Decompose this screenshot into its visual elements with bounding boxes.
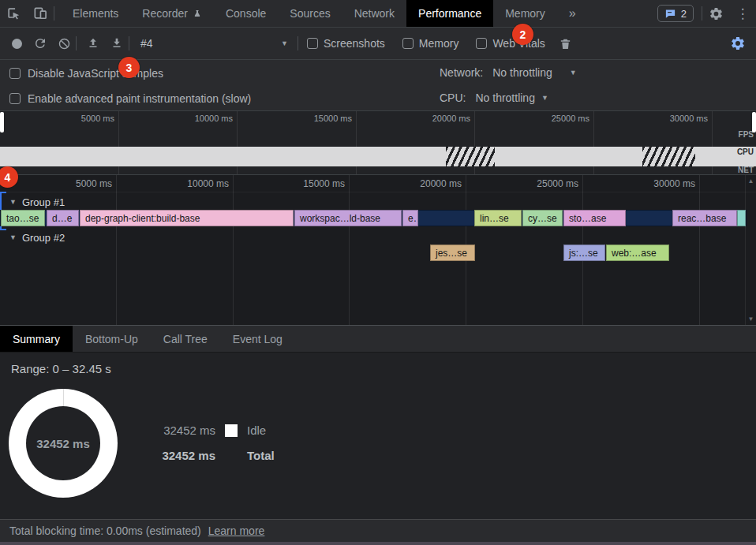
details-tab-summary[interactable]: Summary bbox=[0, 326, 73, 352]
flame-bar[interactable]: e… bbox=[402, 210, 418, 226]
flame-bars-row: tao…sed…edep-graph-client:build-basework… bbox=[0, 210, 747, 226]
overview-window-left-handle[interactable] bbox=[0, 112, 4, 133]
window-edge bbox=[0, 542, 756, 545]
legend-swatch-spacer bbox=[225, 450, 238, 462]
flame-chart[interactable]: 5000 ms10000 ms15000 ms20000 ms25000 ms3… bbox=[0, 175, 756, 325]
legend-swatch bbox=[225, 424, 238, 437]
flame-bar[interactable]: d…e bbox=[47, 210, 79, 226]
devtools-tab-bar: ElementsRecorderConsoleSourcesNetworkPer… bbox=[0, 0, 756, 28]
checkbox[interactable] bbox=[9, 93, 21, 104]
net-lane-label: NET bbox=[738, 166, 754, 174]
flame-bar[interactable]: dep-graph-client:build-base bbox=[80, 210, 294, 226]
capture-settings-gear-icon[interactable] bbox=[726, 32, 750, 55]
tab-sources[interactable]: Sources bbox=[278, 0, 342, 27]
network-throttle-select[interactable]: No throttling ▼ bbox=[492, 66, 576, 79]
legend-label: Idle bbox=[247, 424, 266, 437]
trash-icon[interactable] bbox=[554, 32, 578, 55]
checkbox[interactable] bbox=[9, 68, 21, 79]
flame-bar[interactable]: reac…base bbox=[672, 210, 737, 226]
message-bubble-icon bbox=[664, 8, 676, 20]
collapse-arrow-icon: ▼ bbox=[9, 198, 17, 206]
tab-recorder[interactable]: Recorder bbox=[130, 0, 214, 27]
cpu-lane-label: CPU bbox=[737, 147, 754, 156]
capture-options: Disable JavaScript samples Enable advanc… bbox=[0, 60, 756, 111]
timeline-overview[interactable]: 5000 ms10000 ms15000 ms20000 ms25000 ms3… bbox=[0, 111, 756, 175]
collapse-arrow-icon: ▼ bbox=[9, 233, 17, 241]
flame-group-header[interactable]: ▼Group #1 bbox=[9, 194, 65, 210]
history-dropdown[interactable]: #4 ▼ bbox=[133, 33, 294, 54]
chevron-down-icon: ▼ bbox=[541, 94, 548, 102]
tab-network[interactable]: Network bbox=[342, 0, 406, 27]
inspect-element-icon[interactable] bbox=[0, 0, 27, 27]
tab-label: Recorder bbox=[142, 7, 188, 20]
flame-bar[interactable]: cy…se bbox=[522, 210, 563, 226]
details-tab-event-log[interactable]: Event Log bbox=[220, 326, 295, 352]
record-button[interactable] bbox=[5, 32, 28, 55]
save-profile-icon[interactable] bbox=[105, 32, 129, 55]
tab-label: Performance bbox=[418, 7, 481, 20]
load-profile-icon[interactable] bbox=[81, 32, 105, 55]
disable-js-samples-checkbox[interactable]: Disable JavaScript samples bbox=[9, 67, 163, 80]
flame-bar[interactable]: web:…ase bbox=[606, 245, 669, 261]
legend-row: 32452 msIdle bbox=[162, 419, 275, 442]
scroll-up-icon[interactable]: ▲ bbox=[748, 177, 754, 185]
tab-label: Elements bbox=[73, 7, 118, 20]
more-options-menu-icon[interactable]: ⋮ bbox=[729, 0, 756, 27]
details-tab-bottom-up[interactable]: Bottom-Up bbox=[73, 326, 151, 352]
clear-icon[interactable] bbox=[52, 32, 76, 55]
flame-bar[interactable]: tao…se bbox=[1, 210, 45, 226]
web-vitals-checkbox[interactable]: Web Vitals bbox=[476, 37, 545, 50]
cpu-throttle-select[interactable]: No throttling ▼ bbox=[475, 91, 548, 104]
cpu-busy-hatch bbox=[642, 147, 695, 166]
network-throttle-value: No throttling bbox=[492, 66, 552, 79]
legend-value: 32452 ms bbox=[162, 449, 215, 462]
chevron-down-icon: ▼ bbox=[281, 39, 288, 47]
device-toolbar-icon[interactable] bbox=[27, 0, 54, 27]
fps-lane-label: FPS bbox=[739, 130, 754, 139]
flame-bar[interactable]: jes…se bbox=[430, 245, 475, 261]
memory-checkbox[interactable]: Memory bbox=[402, 37, 459, 50]
overview-window-right-handle[interactable] bbox=[752, 112, 756, 133]
range-label: Range: 0 – 32.45 s bbox=[11, 362, 111, 375]
settings-gear-icon[interactable] bbox=[702, 0, 729, 27]
total-blocking-time-text: Total blocking time: 0.00ms (estimated) bbox=[9, 524, 201, 537]
checkbox-label: Screenshots bbox=[324, 37, 385, 50]
reload-and-record-icon[interactable] bbox=[28, 32, 52, 55]
legend-value: 32452 ms bbox=[162, 424, 215, 437]
flame-bar[interactable]: js:…se bbox=[563, 245, 605, 261]
flame-bars-row: jes…sejs:…seweb:…ase bbox=[0, 245, 747, 261]
divider bbox=[129, 36, 129, 50]
divider bbox=[54, 6, 54, 21]
tab-performance[interactable]: Performance bbox=[406, 0, 493, 27]
scroll-down-icon[interactable]: ▼ bbox=[748, 315, 754, 323]
flame-bar[interactable]: lin…se bbox=[474, 210, 522, 226]
tab-elements[interactable]: Elements bbox=[61, 0, 130, 27]
tab-memory[interactable]: Memory bbox=[493, 0, 557, 27]
legend-row: 32452 msTotal bbox=[162, 444, 275, 467]
flame-group-label: Group #2 bbox=[22, 232, 65, 244]
tab-label: Sources bbox=[290, 7, 330, 20]
network-throttling: Network: No throttling ▼ bbox=[440, 66, 577, 79]
screenshots-checkbox[interactable]: Screenshots bbox=[307, 37, 385, 50]
advanced-paint-checkbox[interactable]: Enable advanced paint instrumentation (s… bbox=[9, 92, 251, 105]
flame-chart-scrollbar[interactable]: ▲ ▼ bbox=[745, 175, 756, 325]
tab-label: Console bbox=[226, 7, 266, 20]
tab-console[interactable]: Console bbox=[214, 0, 278, 27]
flame-group-label: Group #1 bbox=[22, 196, 65, 208]
divider bbox=[76, 36, 77, 50]
learn-more-link[interactable]: Learn more bbox=[208, 524, 265, 537]
flame-bar[interactable]: workspac…ld-base bbox=[294, 210, 402, 226]
flame-bar[interactable]: sto…ase bbox=[563, 210, 626, 226]
flame-group-header[interactable]: ▼Group #2 bbox=[9, 230, 65, 245]
advanced-paint-label: Enable advanced paint instrumentation (s… bbox=[28, 92, 251, 105]
annotation-badge-3[interactable]: 3 bbox=[118, 57, 140, 78]
checkbox[interactable] bbox=[476, 38, 487, 49]
history-current-value: #4 bbox=[140, 37, 153, 50]
issues-counter-button[interactable]: 2 bbox=[657, 5, 694, 22]
checkbox[interactable] bbox=[402, 38, 414, 49]
annotation-badge-2[interactable]: 2 bbox=[512, 24, 533, 45]
details-tab-call-tree[interactable]: Call Tree bbox=[151, 326, 220, 352]
checkbox[interactable] bbox=[307, 38, 318, 49]
tab-overflow-chevron[interactable]: » bbox=[557, 0, 588, 27]
footer-status-bar: Total blocking time: 0.00ms (estimated) … bbox=[0, 519, 756, 542]
